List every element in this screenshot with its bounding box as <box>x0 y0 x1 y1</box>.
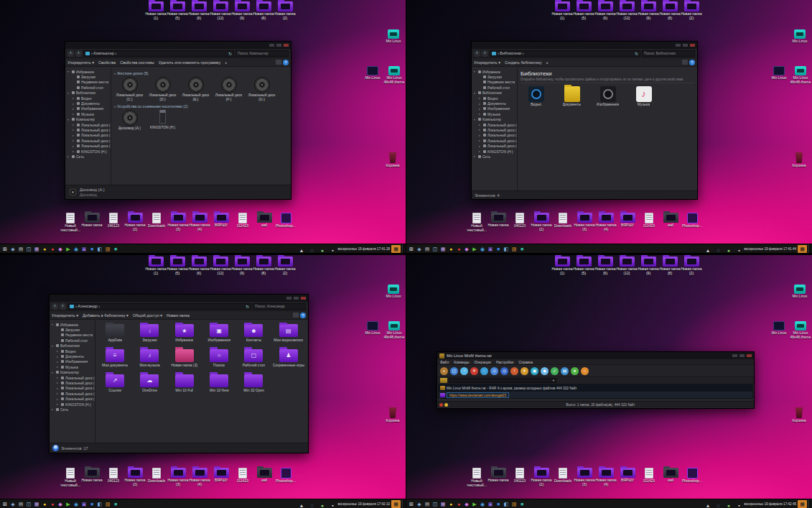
sidebar-tree-item[interactable]: ▸ Музыка <box>472 111 517 116</box>
desktop-icon[interactable]: Новая папка (5) <box>573 1 594 21</box>
taskbar-clock[interactable]: воскресенье 19 февраля 17:42:10 <box>337 502 390 506</box>
taskbar-clock[interactable]: воскресенье 19 февраля 17:41:44 <box>744 247 796 251</box>
sidebar-tree-item[interactable]: Недавние места <box>472 80 517 85</box>
taskbar-icon[interactable]: ▤ <box>424 245 431 253</box>
desktop-icon[interactable]: Mix Linux <box>362 321 383 340</box>
taskbar-icon[interactable]: ◌ <box>309 502 316 508</box>
desktop-icon-mix-linux[interactable]: Mix Linux <box>383 285 404 299</box>
taskbar-icon[interactable]: ■ <box>88 500 95 508</box>
taskbar-icon[interactable]: ◈ <box>9 500 17 508</box>
taskbar-icon[interactable]: ◆ <box>57 245 64 253</box>
sidebar-tree-item[interactable]: Рабочий стол <box>472 85 517 90</box>
taskbar-icon[interactable]: ⊞ <box>1 245 9 253</box>
folder-item[interactable]: ≡ Мои документы <box>98 349 131 368</box>
desktop-icon[interactable]: Downloads <box>146 213 167 233</box>
library-item[interactable]: Изображения <box>592 86 623 107</box>
minimize-button[interactable] <box>676 44 681 47</box>
desktop-icon[interactable]: Mix Linux <box>768 66 790 85</box>
desktop-icon-recycle-bin[interactable]: Корзина <box>382 407 403 423</box>
desktop-icon[interactable]: Новая папка (8) <box>253 1 274 21</box>
taskbar-icon[interactable]: ▲ <box>704 246 711 253</box>
library-item[interactable]: Видео <box>521 86 551 107</box>
desktop-icon[interactable]: Новая папка (2) <box>124 213 146 233</box>
sidebar-tree-item[interactable]: Рабочий стол <box>50 338 95 343</box>
views-icon[interactable] <box>293 313 299 318</box>
desktop-icon[interactable]: Новая папка (2) <box>531 468 552 488</box>
desktop-icon[interactable]: Новая папка (6) <box>188 257 210 276</box>
desktop-icon[interactable]: Новая папка (4) <box>595 213 617 233</box>
window-titlebar[interactable]: Mix Linux MixM theme.rar <box>437 352 754 359</box>
desktop-icon[interactable]: Новая папка (3) <box>167 213 189 233</box>
taskbar-icon[interactable]: ● <box>41 500 48 508</box>
sidebar-tree-item[interactable]: ▾ Избранное <box>472 69 517 74</box>
forward-button[interactable]: › <box>60 303 66 310</box>
folder-item[interactable]: ♟ Сохраненные игры <box>272 349 305 368</box>
folder-item[interactable]: ☁ OneDrive <box>133 374 166 393</box>
sidebar-tree-item[interactable]: Недавние места <box>50 333 95 338</box>
refresh-icon[interactable]: ↻ <box>228 51 232 56</box>
desktop-icon[interactable]: ВЯРШУ <box>210 468 232 488</box>
desktop-icon[interactable]: ВЯРШУ <box>617 213 638 233</box>
taskbar-icon[interactable]: ▲ <box>704 502 711 508</box>
folder-item[interactable]: Win 10 New <box>202 374 235 393</box>
desktop-icon[interactable]: Mix Linux 48x48.theme <box>383 66 405 85</box>
winrar-tool-icon[interactable]: + <box>440 367 448 375</box>
desktop-icon[interactable]: Новая папка (9) <box>231 257 253 276</box>
drive-item[interactable]: Локальный диск (G:) <box>246 77 277 101</box>
folder-item[interactable]: Новая папка (3) <box>168 349 201 368</box>
winrar-tool-icon[interactable]: ✦ <box>521 367 528 375</box>
taskbar-icon[interactable]: ▪ <box>329 246 336 253</box>
taskbar-active-app[interactable]: ▦ <box>798 500 807 508</box>
sidebar-tree-item[interactable]: ▸ Локальный диск (D:) <box>50 380 95 385</box>
toolbar-button[interactable]: Упорядочить ▾ <box>67 60 94 65</box>
toolbar-button[interactable]: Общий доступ ▾ <box>133 313 162 318</box>
sidebar-tree-item[interactable]: Загрузки <box>50 327 95 332</box>
taskbar-icon[interactable]: ● <box>725 246 732 253</box>
sidebar-tree-item[interactable]: ▾ Библиотеки <box>65 91 111 96</box>
taskbar-icon[interactable]: ■ <box>88 245 95 253</box>
desktop-icon[interactable]: Новая папка <box>81 468 103 488</box>
taskbar-icon[interactable]: ▶ <box>471 245 478 253</box>
taskbar-active-app[interactable]: ▦ <box>391 500 401 508</box>
desktop-icon[interactable]: Новая папка (5) <box>573 257 594 276</box>
winrar-tool-icon[interactable]: ◎ <box>500 367 508 375</box>
winrar-tool-icon[interactable]: ! <box>510 367 518 375</box>
menu-item[interactable]: Справка <box>518 360 533 364</box>
menu-item[interactable]: Настройки <box>496 360 514 364</box>
close-button[interactable] <box>284 44 289 47</box>
drive-item[interactable]: Локальный диск (C:) <box>114 77 145 101</box>
desktop-icon[interactable]: wall <box>253 213 275 233</box>
taskbar-icon[interactable]: ▶ <box>65 245 72 253</box>
desktop-icon-mix-linux[interactable]: Mix Linux <box>789 285 811 299</box>
sidebar-tree-item[interactable]: ▸ Документы <box>65 101 111 106</box>
winrar-tool-icon[interactable]: ☺ <box>490 367 498 375</box>
desktop-icon[interactable]: Новая папка (9) <box>231 1 253 21</box>
show-desktop-button[interactable] <box>402 244 404 254</box>
sidebar-tree-item[interactable]: ▸ Сеть <box>472 154 517 159</box>
taskbar-icon[interactable]: ◌ <box>715 502 722 508</box>
taskbar-icon[interactable]: ▪ <box>735 246 742 253</box>
back-button[interactable]: ‹ <box>52 303 58 310</box>
folder-item[interactable]: ♪ Моя музыка <box>133 349 166 368</box>
desktop-icon[interactable]: Новая папка (12) <box>616 1 638 21</box>
forward-button[interactable]: › <box>482 50 488 57</box>
close-button[interactable] <box>690 44 695 47</box>
drive-item[interactable]: Локальный диск (F:) <box>213 77 244 101</box>
taskbar-icon[interactable]: ◈ <box>416 245 423 253</box>
taskbar-icon[interactable]: ◧ <box>96 245 103 253</box>
sidebar-tree-item[interactable]: ▾ Компьютер <box>472 117 517 122</box>
taskbar-icon[interactable]: ■ <box>518 500 526 508</box>
desktop-icon[interactable]: Новая папка (1) <box>551 257 573 276</box>
folder-item[interactable]: ★ Избранное <box>168 324 201 343</box>
archive-info-row[interactable]: Mix Linux MixM theme.rar - RAR 4.x архив… <box>439 384 752 392</box>
desktop-icon[interactable]: 011423 <box>638 213 660 233</box>
close-button[interactable] <box>747 354 752 357</box>
desktop-icon[interactable]: Downloads <box>146 468 167 488</box>
folder-item[interactable]: AppData <box>98 324 131 343</box>
folder-item[interactable]: ▣ Изображения <box>202 324 235 343</box>
folder-item[interactable]: ▤ Мои видеозаписи <box>272 324 305 343</box>
taskbar-icon[interactable]: ● <box>49 500 56 508</box>
minimize-button[interactable] <box>286 297 291 300</box>
sidebar-tree-item[interactable]: ▸ Локальный диск (C:) <box>472 122 517 127</box>
taskbar-icon[interactable]: ⊞ <box>408 245 415 253</box>
